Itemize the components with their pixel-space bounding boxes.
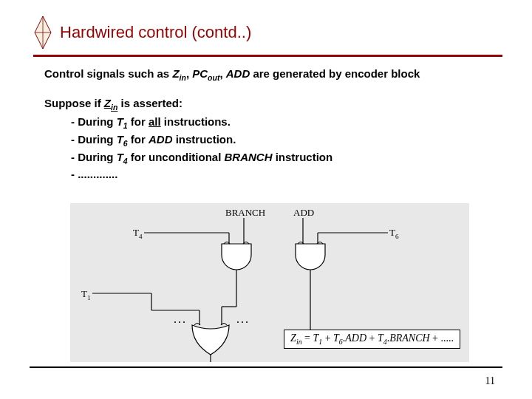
and-gate-right bbox=[296, 218, 388, 336]
suppose-line: Suppose if Zin is asserted: bbox=[44, 95, 502, 113]
equation-box: Zin = T1 + T6.ADD + T4.BRANCH + ..... bbox=[284, 330, 460, 349]
logic-diagram: BRANCH ADD T4 T6 T1 ... ... bbox=[70, 203, 469, 362]
slide-title: Hardwired control (contd..) bbox=[60, 23, 251, 42]
bullet-2: - During T6 for ADD instruction. bbox=[71, 132, 502, 149]
or-gate bbox=[192, 324, 229, 363]
bullet-1: - During T1 for all instructions. bbox=[71, 114, 502, 132]
page-number: 11 bbox=[485, 375, 495, 387]
intro-line: Control signals such as Zin, PCout, ADD … bbox=[44, 66, 502, 83]
bullet-3: - During T4 for unconditional BRANCH ins… bbox=[71, 149, 502, 167]
slide-header: Hardwired control (contd..) bbox=[0, 0, 532, 55]
and-gate-left bbox=[144, 218, 251, 325]
footer-divider bbox=[30, 366, 502, 368]
slide-content: Control signals such as Zin, PCout, ADD … bbox=[0, 57, 532, 182]
bullet-4: - ............. bbox=[71, 166, 502, 182]
diamond-icon bbox=[33, 15, 52, 50]
